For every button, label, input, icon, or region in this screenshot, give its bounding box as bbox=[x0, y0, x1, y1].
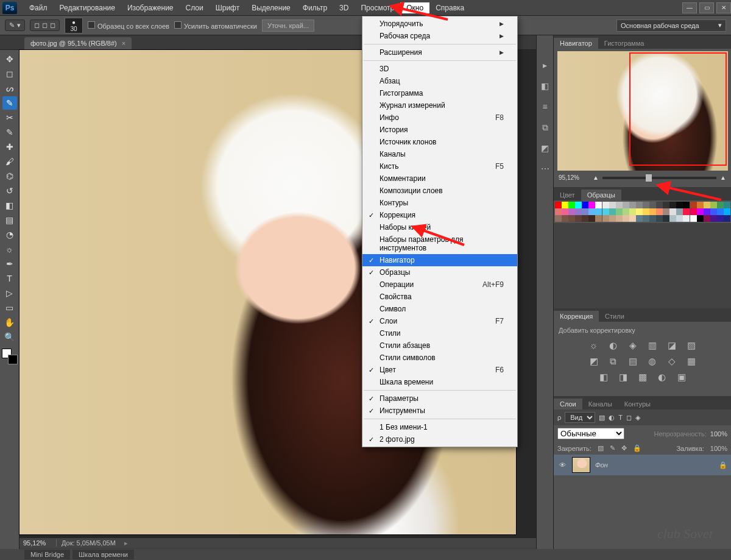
adjust-icon[interactable]: ◪ bbox=[666, 340, 678, 351]
swatch[interactable] bbox=[575, 215, 582, 222]
swatch[interactable] bbox=[649, 215, 656, 222]
navigator-zoom-value[interactable]: 95,12% bbox=[559, 174, 589, 181]
tab-mini-bridge[interactable]: Mini Bridge bbox=[24, 550, 70, 559]
adjust-icon[interactable]: ▩ bbox=[637, 372, 649, 383]
swatch[interactable] bbox=[656, 208, 663, 215]
sample-all-layers-checkbox[interactable]: Образец со всех слоев bbox=[88, 21, 169, 30]
adjust-icon[interactable]: ⧉ bbox=[607, 356, 620, 367]
tab-timeline[interactable]: Шкала времени bbox=[72, 550, 134, 559]
adjust-icon[interactable]: ◈ bbox=[627, 340, 639, 351]
panel-icon[interactable]: ▸ bbox=[540, 60, 551, 71]
swatch[interactable] bbox=[623, 202, 629, 208]
swatch[interactable] bbox=[683, 215, 690, 222]
adjust-icon[interactable]: ▤ bbox=[627, 356, 639, 367]
swatch[interactable] bbox=[629, 215, 636, 222]
swatch[interactable] bbox=[568, 202, 575, 208]
swatch[interactable] bbox=[643, 202, 649, 208]
menuitem-цвет[interactable]: ЦветF6 bbox=[362, 364, 517, 376]
filter-icon[interactable]: T bbox=[618, 414, 623, 421]
menu-фильтр[interactable]: Фильтр bbox=[297, 2, 333, 13]
swatch[interactable] bbox=[555, 202, 562, 208]
swatch[interactable] bbox=[623, 215, 629, 222]
layer-row[interactable]: 👁 Фон 🔒 bbox=[554, 455, 731, 475]
menuitem-образцы[interactable]: Образцы bbox=[362, 266, 517, 278]
blend-mode-select[interactable]: Обычные bbox=[557, 428, 624, 439]
swatch[interactable] bbox=[582, 215, 588, 222]
menuitem-стили-символов[interactable]: Стили символов bbox=[362, 352, 517, 364]
close-icon[interactable]: × bbox=[122, 40, 125, 47]
blur-tool[interactable]: ◔ bbox=[2, 228, 17, 241]
visibility-toggle[interactable]: 👁 bbox=[557, 461, 567, 469]
swatch[interactable] bbox=[697, 215, 704, 222]
menuitem-рабочая-среда[interactable]: Рабочая среда▶ bbox=[362, 30, 517, 42]
swatch[interactable] bbox=[717, 208, 724, 215]
menuitem-упорядочить[interactable]: Упорядочить▶ bbox=[362, 18, 517, 30]
menu-окно[interactable]: Окно bbox=[400, 2, 429, 13]
eyedropper-tool[interactable]: ✎ bbox=[2, 126, 17, 139]
adjust-icon[interactable]: ◐ bbox=[607, 340, 620, 351]
swatch[interactable] bbox=[704, 208, 710, 215]
history-brush-tool[interactable]: ↺ bbox=[2, 184, 17, 197]
swatch[interactable] bbox=[663, 208, 669, 215]
maximize-button[interactable]: ▭ bbox=[699, 2, 714, 13]
menuitem-наборы-кистей[interactable]: Наборы кистей bbox=[362, 221, 517, 233]
lock-icon[interactable]: ▧ bbox=[598, 444, 604, 452]
menuitem-стили[interactable]: Стили bbox=[362, 327, 517, 339]
swatch[interactable] bbox=[616, 208, 623, 215]
adjust-icon[interactable]: ▨ bbox=[685, 340, 697, 351]
swatch[interactable] bbox=[717, 202, 724, 208]
swatch[interactable] bbox=[575, 202, 582, 208]
filter-icon[interactable]: ◻ bbox=[626, 414, 632, 422]
swatch[interactable] bbox=[588, 208, 595, 215]
swatch[interactable] bbox=[669, 208, 676, 215]
swatch[interactable] bbox=[595, 202, 602, 208]
filter-icon[interactable]: ◈ bbox=[635, 414, 640, 422]
tab-paths[interactable]: Контуры bbox=[618, 399, 657, 409]
swatch[interactable] bbox=[629, 208, 636, 215]
panel-icon[interactable]: ◧ bbox=[540, 80, 551, 91]
tab-channels[interactable]: Каналы bbox=[582, 399, 618, 409]
swatch[interactable] bbox=[683, 208, 690, 215]
swatch[interactable] bbox=[636, 208, 643, 215]
stamp-tool[interactable]: ⌬ bbox=[2, 169, 17, 183]
swatch[interactable] bbox=[710, 215, 717, 222]
quick-select-tool[interactable]: ✎ bbox=[2, 96, 17, 110]
adjust-icon[interactable]: ▥ bbox=[646, 340, 659, 351]
swatch[interactable] bbox=[582, 202, 588, 208]
adjust-icon[interactable]: ◇ bbox=[666, 356, 678, 367]
tab-adjustments[interactable]: Коррекция bbox=[554, 311, 599, 322]
navigator-zoom-slider[interactable] bbox=[602, 177, 716, 179]
swatch[interactable] bbox=[683, 202, 690, 208]
swatch[interactable] bbox=[663, 215, 669, 222]
swatch[interactable] bbox=[724, 215, 730, 222]
menuitem-гистограмма[interactable]: Гистограмма bbox=[362, 87, 517, 99]
background-color[interactable] bbox=[8, 355, 18, 364]
swatch[interactable] bbox=[616, 202, 623, 208]
adjust-icon[interactable]: ◧ bbox=[598, 372, 610, 383]
menuitem-1-без-имени-1[interactable]: 1 Без имени-1 bbox=[362, 421, 517, 433]
filter-icon[interactable]: ▧ bbox=[599, 414, 605, 422]
hand-tool[interactable]: ✋ bbox=[2, 316, 17, 329]
menuitem-параметры[interactable]: Параметры bbox=[362, 392, 517, 405]
type-tool[interactable]: T bbox=[2, 272, 17, 285]
menuitem-наборы-параметров-для-инструментов[interactable]: Наборы параметров для инструментов bbox=[362, 233, 517, 254]
healing-tool[interactable]: ✚ bbox=[2, 140, 17, 154]
adjust-icon[interactable]: ◨ bbox=[617, 372, 629, 383]
swatch[interactable] bbox=[704, 202, 710, 208]
menuitem-композиции-слоев[interactable]: Композиции слоев bbox=[362, 185, 517, 197]
panel-icon[interactable]: ⧉ bbox=[540, 122, 551, 133]
swatch[interactable] bbox=[649, 208, 656, 215]
swatch[interactable] bbox=[636, 215, 643, 222]
adjust-icon[interactable]: ▣ bbox=[676, 372, 688, 383]
swatch[interactable] bbox=[676, 202, 683, 208]
swatch[interactable] bbox=[636, 202, 643, 208]
lasso-tool[interactable]: ᔕ bbox=[2, 82, 17, 95]
menuitem-журнал-измерений[interactable]: Журнал измерений bbox=[362, 99, 517, 112]
swatch[interactable] bbox=[649, 202, 656, 208]
menuitem-кисть[interactable]: КистьF5 bbox=[362, 160, 517, 172]
navigator-view-rect[interactable] bbox=[629, 52, 727, 166]
menu-слои[interactable]: Слои bbox=[180, 2, 210, 13]
marquee-tool[interactable]: ◻ bbox=[2, 67, 17, 80]
menu-3d[interactable]: 3D bbox=[333, 2, 355, 13]
adjust-icon[interactable]: ◍ bbox=[646, 356, 659, 367]
